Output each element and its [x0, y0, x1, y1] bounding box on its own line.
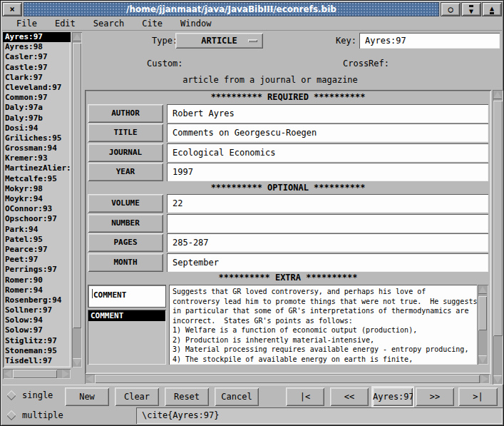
- menu-edit[interactable]: Edit: [52, 18, 78, 29]
- list-item[interactable]: Rosenberg:94: [3, 295, 71, 305]
- list-item[interactable]: Common:97: [3, 93, 71, 103]
- list-item[interactable]: Daly:97a: [3, 103, 71, 113]
- cancel-button[interactable]: Cancel: [215, 387, 259, 406]
- mode-single-radio[interactable]: single: [8, 390, 53, 400]
- comment-vscroll-thumb[interactable]: [478, 296, 487, 330]
- type-option-menu[interactable]: ARTICLE: [175, 33, 263, 49]
- sidebar-hscroll-right-icon[interactable]: [62, 370, 69, 378]
- list-item[interactable]: Daly:97b: [3, 113, 71, 123]
- number-field-button[interactable]: NUMBER: [88, 214, 163, 233]
- nav-last-button[interactable]: >|: [458, 387, 498, 406]
- list-item[interactable]: Sollner:97: [3, 305, 71, 315]
- menu-window[interactable]: Window: [178, 18, 214, 29]
- list-item[interactable]: Clark:97: [3, 73, 71, 83]
- list-item[interactable]: Stiglitz:97: [3, 336, 71, 346]
- main-vscroll: [493, 90, 503, 385]
- volume-input[interactable]: [167, 194, 488, 213]
- up-arrow-icon: ▲: [490, 5, 494, 14]
- list-item[interactable]: Pearce:97: [3, 245, 71, 255]
- sidebar-vscroll-down-icon[interactable]: [73, 359, 81, 366]
- list-item[interactable]: OConnor:93: [3, 204, 71, 214]
- clear-button[interactable]: Clear: [115, 387, 159, 406]
- sidebar-hscroll-left-icon[interactable]: [4, 370, 11, 378]
- field-row-pages: PAGES: [88, 233, 488, 252]
- list-item[interactable]: Dosi:94: [3, 123, 71, 133]
- type-label: Type:: [152, 36, 178, 46]
- title-field-button[interactable]: TITLE: [88, 123, 163, 142]
- lower-window-icon[interactable]: ▼: [461, 2, 481, 16]
- mode-multiple-label: multiple: [22, 410, 63, 420]
- author-field-button[interactable]: AUTHOR: [88, 104, 163, 123]
- list-item[interactable]: Opschoor:97: [3, 214, 71, 224]
- pages-input[interactable]: [167, 233, 488, 252]
- pages-field-button[interactable]: PAGES: [88, 233, 163, 252]
- list-item[interactable]: Metcalfe:95: [3, 174, 71, 184]
- menu-cite[interactable]: Cite: [139, 18, 165, 29]
- sidebar-vscroll-up-icon[interactable]: [73, 34, 81, 41]
- list-item[interactable]: Ayres:98: [3, 42, 71, 52]
- cite-command-field[interactable]: \cite{Ayres:97}: [136, 407, 503, 424]
- list-item[interactable]: Romer:90: [3, 275, 71, 285]
- list-item[interactable]: Perrings:97: [3, 265, 71, 275]
- menu-file[interactable]: File: [14, 18, 40, 29]
- list-item[interactable]: Castle:97: [3, 63, 71, 73]
- year-field-button[interactable]: YEAR: [88, 163, 163, 181]
- entry-type-description: article from a journal or magazine: [85, 75, 456, 85]
- list-item[interactable]: Romer:94: [3, 285, 71, 295]
- month-input[interactable]: [167, 253, 488, 272]
- list-item[interactable]: Stoneman:95: [3, 346, 71, 356]
- main-hscroll-thumb[interactable]: [95, 375, 480, 383]
- list-item[interactable]: Solow:97: [3, 325, 71, 335]
- extra-list-item[interactable]: COMMENT: [88, 310, 165, 321]
- title-input[interactable]: [167, 123, 488, 142]
- list-item[interactable]: Kremer:93: [3, 153, 71, 163]
- list-item[interactable]: Ayres:97: [3, 32, 71, 42]
- list-item[interactable]: Mokyr:98: [3, 184, 71, 194]
- sidebar-vscroll-thumb[interactable]: [73, 43, 81, 328]
- nav-next-button[interactable]: >>: [416, 387, 454, 406]
- list-item[interactable]: Cleveland:97: [3, 83, 71, 93]
- entry-form-panel: ********** REQUIRED ********** AUTHOR TI…: [85, 90, 491, 374]
- main-hscroll-left-icon[interactable]: [86, 375, 93, 383]
- journal-field-button[interactable]: JOURNAL: [88, 143, 163, 162]
- close-icon[interactable]: ×: [2, 2, 22, 16]
- volume-field-button[interactable]: VOLUME: [88, 194, 163, 213]
- main-hscroll-right-icon[interactable]: [481, 375, 488, 383]
- main-vscroll-down-icon[interactable]: [493, 376, 502, 383]
- new-button[interactable]: New: [65, 387, 109, 406]
- main-vscroll-thumb[interactable]: [493, 101, 503, 336]
- sidebar-hscroll-thumb[interactable]: [13, 370, 57, 378]
- list-item[interactable]: Moykr:94: [3, 194, 71, 204]
- list-item[interactable]: Tisdell:97: [3, 356, 71, 366]
- comment-vscroll-down-icon[interactable]: [478, 356, 487, 363]
- extra-section-header: ********** EXTRA **********: [88, 273, 488, 283]
- list-item[interactable]: Patel:95: [3, 235, 71, 245]
- list-item[interactable]: MartinezAlier:97: [3, 163, 71, 173]
- window-title[interactable]: /home/jjanmaat/java/JavaBibIII/econrefs.…: [24, 2, 439, 16]
- list-item[interactable]: Grossman:94: [3, 143, 71, 153]
- required-section-header: ********** REQUIRED **********: [88, 92, 488, 103]
- nav-current-entry-button[interactable]: Ayres:97: [373, 387, 413, 406]
- menu-search[interactable]: Search: [91, 18, 127, 29]
- number-input[interactable]: [167, 214, 488, 233]
- comment-textarea[interactable]: [169, 285, 477, 365]
- nav-prev-button[interactable]: <<: [330, 387, 369, 406]
- reset-button[interactable]: Reset: [165, 387, 209, 406]
- list-item[interactable]: Peet:97: [3, 255, 71, 265]
- maximize-icon[interactable]: ▲: [482, 2, 502, 16]
- iconify-icon[interactable]: ○: [441, 2, 461, 16]
- nav-first-button[interactable]: |<: [286, 387, 324, 406]
- list-item[interactable]: Griliches:95: [3, 133, 71, 143]
- extra-field-input[interactable]: COMMENT: [88, 285, 165, 307]
- month-field-button[interactable]: MONTH: [88, 253, 163, 272]
- journal-input[interactable]: [167, 143, 488, 162]
- list-item[interactable]: Park:94: [3, 225, 71, 235]
- author-input[interactable]: [167, 104, 488, 123]
- comment-vscroll-up-icon[interactable]: [478, 286, 487, 293]
- list-item[interactable]: Solow:94: [3, 315, 71, 325]
- mode-multiple-radio[interactable]: multiple: [8, 410, 63, 420]
- main-vscroll-up-icon[interactable]: [493, 91, 502, 98]
- list-item[interactable]: Casler:97: [3, 52, 71, 62]
- key-input[interactable]: [359, 33, 500, 49]
- year-input[interactable]: [167, 163, 488, 181]
